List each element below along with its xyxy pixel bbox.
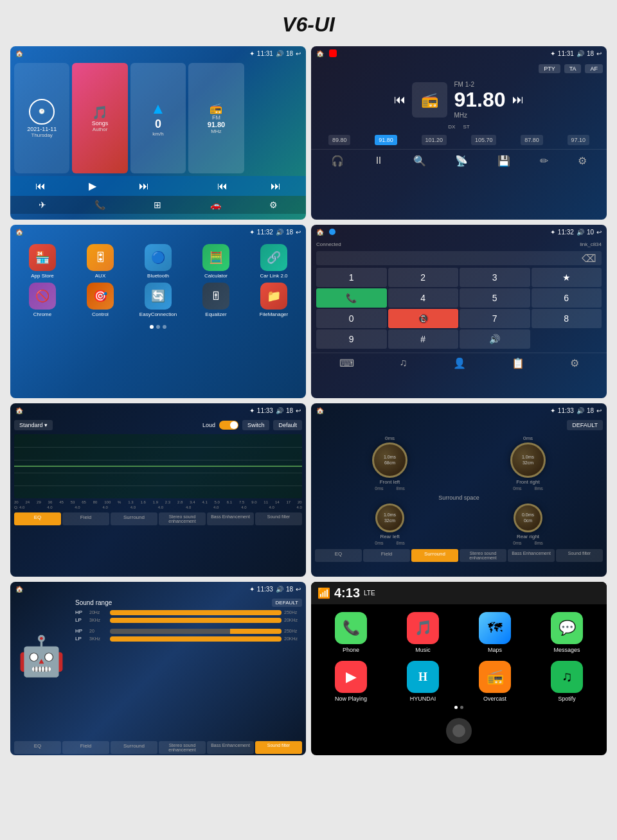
cp-app-hyundai[interactable]: H HYUNDAI (389, 661, 456, 702)
surround-default-btn[interactable]: DEFAULT (567, 420, 603, 430)
key-9[interactable]: 9 (316, 329, 387, 349)
lp1-track[interactable] (110, 618, 282, 623)
tab-field[interactable]: Field (62, 512, 109, 525)
app-bluetooth[interactable]: 🔵 Bluetooth (131, 244, 185, 279)
key-call[interactable]: 📞 (316, 288, 387, 308)
headphone-icon[interactable]: 🎧 (331, 155, 344, 167)
music-icon[interactable]: ♫ (400, 357, 407, 369)
freq-105[interactable]: 105.70 (471, 135, 497, 145)
sound-tab-field[interactable]: Field (62, 741, 109, 754)
knob-fl[interactable]: 1.0ms68cm (372, 442, 407, 478)
search-icon[interactable]: 🔍 (413, 155, 426, 167)
freq-91[interactable]: 91.80 (375, 135, 397, 145)
cp-app-overcast[interactable]: 📻 Overcast (461, 661, 528, 702)
key-2[interactable]: 2 (388, 268, 459, 287)
app-appstore[interactable]: 🏪 App Store (15, 244, 69, 279)
contacts-icon[interactable]: 👤 (453, 357, 466, 369)
s-tab-field[interactable]: Field (363, 549, 410, 562)
key-6[interactable]: 6 (532, 288, 602, 308)
cp-app-messages[interactable]: 💬 Messages (533, 612, 600, 653)
eq-default[interactable]: Default (273, 420, 302, 430)
s-tab-stereo[interactable]: Stereo sound enhancement (460, 549, 506, 562)
sound-tab-surround[interactable]: Surround (111, 741, 157, 754)
nav-apps[interactable]: ⊞ (154, 200, 161, 210)
nav-send[interactable]: ✈ (39, 200, 46, 210)
app-easyconn[interactable]: 🔄 EasyConnection (131, 283, 185, 317)
key-7[interactable]: 7 (460, 309, 530, 328)
nav-phone[interactable]: 📞 (94, 200, 105, 210)
key-volume[interactable]: 🔊 (460, 329, 530, 349)
cp-app-phone[interactable]: 📞 Phone (317, 612, 384, 653)
freq-101[interactable]: 101.20 (422, 135, 447, 145)
radio-next[interactable]: ⏭ (512, 93, 524, 107)
phone-settings-icon[interactable]: ⚙ (570, 357, 579, 369)
app-chrome[interactable]: 🚫 Chrome (15, 283, 69, 317)
sound-default-btn[interactable]: DEFAULT (272, 599, 302, 607)
next-icon[interactable]: ⏭ (139, 180, 149, 192)
edit-icon[interactable]: ✏ (540, 155, 548, 167)
play-icon[interactable]: ▶ (89, 180, 96, 192)
app-control[interactable]: 🎯 Control (73, 283, 127, 317)
calls-icon[interactable]: 📋 (512, 357, 524, 369)
lp2-track[interactable] (110, 636, 282, 642)
eq-preset[interactable]: Standard ▾ (14, 420, 53, 430)
radio-prev[interactable]: ⏮ (394, 93, 406, 107)
sound-tab-bass[interactable]: Bass Enhancement (207, 741, 254, 754)
clock-widget[interactable]: 🕐 2021-11-11 Thursday (14, 63, 69, 173)
tab-stereo[interactable]: Stereo sound enhancement (159, 512, 206, 525)
key-8[interactable]: 8 (532, 309, 602, 328)
next2-icon[interactable]: ⏭ (271, 180, 281, 192)
key-5[interactable]: 5 (460, 288, 530, 308)
key-end[interactable]: 📵 (388, 309, 459, 328)
key-1[interactable]: 1 (316, 268, 387, 287)
s-tab-filter[interactable]: Sound filter (556, 549, 603, 562)
tab-surround[interactable]: Surround (111, 512, 157, 525)
carplay-home-btn[interactable] (446, 718, 472, 744)
app-calculator[interactable]: 🧮 Calculator (189, 244, 243, 279)
pty-btn[interactable]: PTY (539, 64, 560, 73)
music-widget[interactable]: 🎵 Songs Author (72, 63, 127, 173)
sound-tab-eq[interactable]: EQ (14, 741, 61, 754)
eq-switch[interactable]: Switch (242, 420, 270, 430)
tab-bass[interactable]: Bass Enhancement (207, 512, 254, 525)
freq-87[interactable]: 87.80 (521, 135, 543, 145)
prev2-icon[interactable]: ⏮ (217, 180, 228, 192)
settings-icon[interactable]: ⚙ (578, 155, 587, 167)
key-3[interactable]: 3 (460, 268, 530, 287)
dialpad-icon[interactable]: ⌨ (339, 357, 354, 369)
nav-car[interactable]: 🚗 (210, 200, 221, 210)
cp-app-spotify[interactable]: ♫ Spotify (533, 661, 600, 702)
freq-89[interactable]: 89.80 (328, 135, 351, 145)
toggle-icon[interactable]: ⏸ (373, 155, 384, 167)
freq-97[interactable]: 97.10 (568, 135, 590, 145)
cp-app-music[interactable]: 🎵 Music (389, 612, 456, 653)
delete-icon[interactable]: ⌫ (582, 252, 596, 265)
fm-widget[interactable]: 📻 FM 91.80 MHz (188, 63, 244, 173)
key-4[interactable]: 4 (388, 288, 459, 308)
eq-toggle[interactable] (219, 421, 238, 430)
s-tab-surround[interactable]: Surround (411, 549, 458, 562)
app-carlink[interactable]: 🔗 Car Link 2.0 (247, 244, 301, 279)
hp1-track[interactable] (110, 610, 282, 615)
knob-rr[interactable]: 0.0ms0cm (514, 503, 542, 532)
ta-btn[interactable]: TA (564, 64, 582, 73)
save-icon[interactable]: 💾 (497, 155, 510, 167)
nav-settings[interactable]: ⚙ (269, 200, 278, 210)
app-filemanager[interactable]: 📁 FileManager (247, 283, 301, 317)
prev-icon[interactable]: ⏮ (35, 180, 46, 192)
knob-fr[interactable]: 1.0ms32cm (510, 442, 546, 478)
key-star[interactable]: ★ (532, 268, 602, 287)
app-aux[interactable]: 🎛 AUX (73, 244, 127, 279)
nav-widget[interactable]: ▲ 0 km/h (130, 63, 186, 173)
key-hash[interactable]: # (388, 329, 459, 349)
antenna-icon[interactable]: 📡 (455, 155, 468, 167)
cp-app-maps[interactable]: 🗺 Maps (461, 612, 528, 653)
sound-tab-stereo[interactable]: Stereo sound enhancement (159, 741, 206, 754)
sound-tab-filter[interactable]: Sound filter (255, 741, 302, 754)
cp-app-nowplaying[interactable]: ▶ Now Playing (317, 661, 384, 702)
key-0[interactable]: 0 (316, 309, 387, 328)
app-equalizer[interactable]: 🎚 Equalizer (189, 283, 243, 317)
hp2-track[interactable] (110, 629, 282, 634)
af-btn[interactable]: AF (585, 64, 603, 73)
tab-eq[interactable]: EQ (14, 512, 61, 525)
